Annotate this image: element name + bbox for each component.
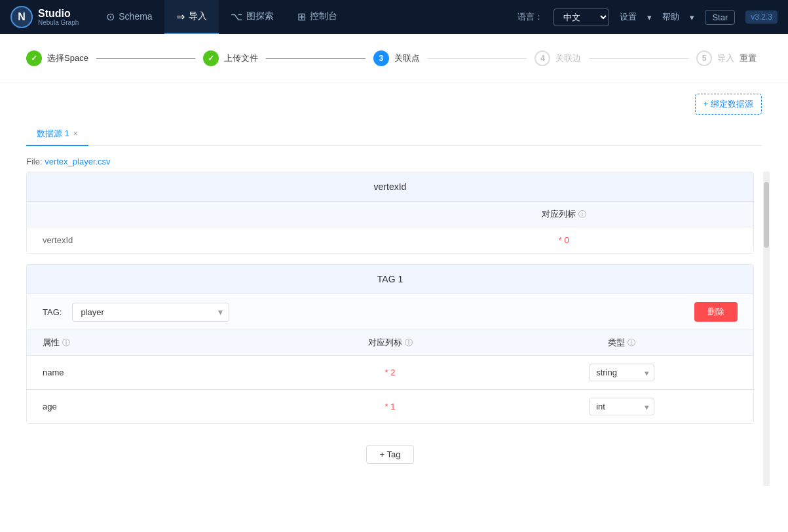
main-content: ✓ 选择Space ✓ 上传文件 3 关联点 4 关联边 5 导入 重置 + 绑…	[0, 34, 788, 532]
console-icon: ⊞	[297, 10, 306, 23]
bind-data-button[interactable]: + 绑定数据源	[695, 94, 762, 115]
tag-1-section: TAG 1 TAG: player 删除	[26, 264, 754, 424]
step-4-circle: 4	[535, 50, 550, 66]
attr-row-name: name * 2 string int double bool	[27, 356, 753, 390]
tab-close-icon[interactable]: ×	[73, 129, 78, 138]
help-chevron: ▾	[690, 12, 694, 22]
nav-import[interactable]: ⇒ 导入	[164, 0, 219, 34]
step-line-2	[266, 58, 366, 59]
step-line-3	[428, 58, 527, 59]
step-3-circle: 3	[373, 50, 389, 66]
tab-label: 数据源 1	[37, 128, 69, 140]
step-3-label: 关联点	[394, 52, 420, 64]
attr-age-col-value[interactable]: * 1	[274, 402, 506, 411]
type-select-name[interactable]: string int double bool date datetime	[589, 364, 654, 381]
attr-name-label: name	[43, 368, 274, 377]
type-select-wrapper-age: string int double bool date datetime	[589, 398, 654, 415]
file-info: File: vertex_player.csv	[26, 146, 762, 172]
settings-chevron: ▾	[647, 12, 652, 22]
col-map-attr-info-icon[interactable]: ⓘ	[405, 337, 413, 349]
step-4-label: 关联边	[555, 52, 581, 64]
step-1: ✓ 选择Space	[26, 50, 88, 66]
col-map-attr-header: 对应列标 ⓘ	[274, 337, 506, 349]
vertex-id-column-headers: 对应列标 ⓘ	[27, 202, 753, 227]
vertex-id-header: vertexId	[27, 172, 753, 202]
add-tag-button[interactable]: + Tag	[366, 445, 415, 464]
attr-age-label: age	[43, 402, 274, 411]
step-5-circle: 5	[696, 50, 712, 66]
type-select-age[interactable]: string int double bool date datetime	[589, 398, 654, 415]
step-2: ✓ 上传文件	[203, 50, 258, 66]
tab-datasource-1[interactable]: 数据源 1 ×	[26, 123, 88, 146]
attr-column-headers: 属性 ⓘ 对应列标 ⓘ 类型 ⓘ	[27, 330, 753, 356]
import-icon: ⇒	[176, 10, 185, 23]
brand-text: Studio Nebula Graph	[38, 8, 79, 26]
star-button[interactable]: Star	[705, 10, 735, 25]
version-badge: v3.2.3	[745, 10, 778, 24]
file-label: File:	[26, 157, 43, 166]
graph-icon: ⌥	[231, 10, 242, 23]
attr-name-type: string int double bool date datetime	[506, 364, 738, 381]
settings-btn[interactable]: 设置	[620, 11, 637, 23]
stepper: ✓ 选择Space ✓ 上传文件 3 关联点 4 关联边 5 导入 重置	[0, 34, 788, 83]
attr-row-age: age * 1 string int double bool	[27, 390, 753, 423]
reset-button[interactable]: 重置	[734, 50, 762, 67]
step-5-label: 导入	[717, 52, 734, 64]
step-1-circle: ✓	[26, 50, 42, 66]
vertex-id-section: vertexId 对应列标 ⓘ vertexId * 0	[26, 172, 754, 254]
add-tag-row: + Tag	[26, 434, 754, 474]
scrollbar-thumb[interactable]	[764, 182, 769, 248]
delete-tag-button[interactable]: 删除	[694, 302, 738, 322]
step-1-label: 选择Space	[47, 52, 88, 64]
nav: ⊙ Schema ⇒ 导入 ⌥ 图探索 ⊞ 控制台	[94, 0, 517, 34]
col-map-info-icon[interactable]: ⓘ	[578, 209, 586, 220]
attr-name-col-value[interactable]: * 2	[274, 368, 506, 377]
tag-select[interactable]: player	[72, 303, 229, 322]
scrollbar[interactable]	[763, 172, 770, 486]
nav-schema[interactable]: ⊙ Schema	[94, 0, 164, 34]
file-link[interactable]: vertex_player.csv	[45, 157, 110, 166]
nav-graph[interactable]: ⌥ 图探索	[219, 0, 286, 34]
step-line-1	[96, 58, 196, 59]
footer-buttons: 上一步 下一步	[26, 474, 754, 486]
vertex-id-row: vertexId * 0	[27, 227, 753, 253]
schema-icon: ⊙	[106, 10, 115, 23]
type-select-wrapper-name: string int double bool date datetime	[589, 364, 654, 381]
tab-bar: 数据源 1 ×	[26, 123, 762, 146]
tag-1-header: TAG 1	[27, 265, 753, 294]
vertex-id-value[interactable]: * 0	[390, 235, 738, 245]
header-right: 语言： 中文 English 设置 ▾ 帮助 ▾ Star v3.2.3	[517, 9, 778, 26]
tag-row-label: TAG:	[43, 307, 62, 317]
col-map-header: 对应列标 ⓘ	[390, 208, 738, 220]
content-area: + 绑定数据源 数据源 1 × File: vertex_player.csv …	[0, 83, 788, 497]
logo: N Studio Nebula Graph	[10, 6, 79, 28]
tag-select-wrapper: player	[72, 303, 229, 322]
step-2-label: 上传文件	[224, 52, 258, 64]
type-info-icon[interactable]: ⓘ	[628, 337, 635, 349]
step-3: 3 关联点	[373, 50, 420, 66]
attr-age-type: string int double bool date datetime	[506, 398, 738, 415]
step-line-4	[589, 58, 688, 59]
attr-info-icon[interactable]: ⓘ	[62, 337, 70, 349]
logo-symbol: N	[18, 11, 26, 23]
step-5: 5 导入	[696, 50, 734, 66]
help-btn[interactable]: 帮助	[662, 11, 679, 23]
step-4: 4 关联边	[535, 50, 581, 66]
scroll-area[interactable]: vertexId 对应列标 ⓘ vertexId * 0	[26, 172, 762, 486]
type-col-header: 类型 ⓘ	[506, 337, 738, 349]
tag-selector-row: TAG: player 删除	[27, 294, 753, 330]
nav-console[interactable]: ⊞ 控制台	[286, 0, 349, 34]
header: N Studio Nebula Graph ⊙ Schema ⇒ 导入 ⌥ 图探…	[0, 0, 788, 34]
attr-col-header: 属性 ⓘ	[43, 337, 274, 349]
language-select[interactable]: 中文 English	[553, 9, 609, 26]
step-2-circle: ✓	[203, 50, 219, 66]
scroll-container: vertexId 对应列标 ⓘ vertexId * 0	[26, 172, 762, 486]
vertex-id-label: vertexId	[43, 235, 390, 245]
logo-icon: N	[10, 6, 33, 28]
